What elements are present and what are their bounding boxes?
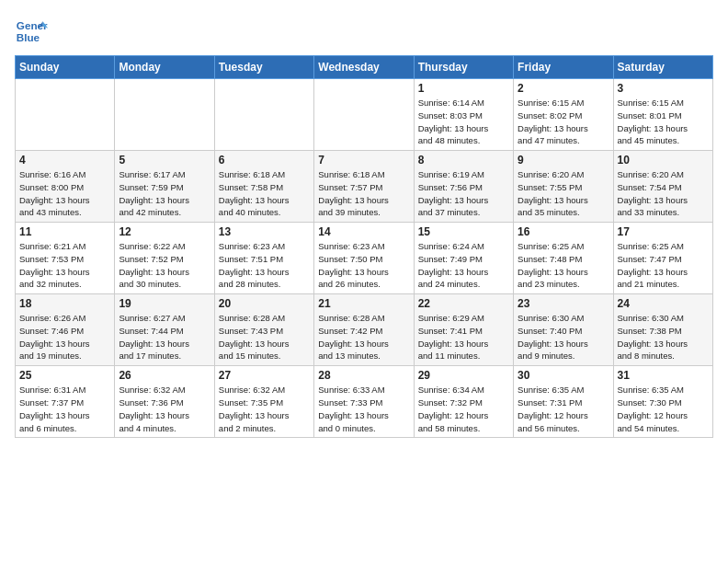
day-detail: Sunrise: 6:28 AM Sunset: 7:42 PM Dayligh… — [318, 312, 409, 362]
weekday-header-sunday: Sunday — [16, 56, 115, 79]
calendar-table: SundayMondayTuesdayWednesdayThursdayFrid… — [15, 55, 713, 438]
day-detail: Sunrise: 6:35 AM Sunset: 7:30 PM Dayligh… — [618, 384, 709, 434]
calendar-cell: 11Sunrise: 6:21 AM Sunset: 7:53 PM Dayli… — [16, 223, 115, 294]
calendar-cell — [115, 79, 214, 151]
week-row-3: 11Sunrise: 6:21 AM Sunset: 7:53 PM Dayli… — [16, 223, 713, 294]
day-detail: Sunrise: 6:19 AM Sunset: 7:56 PM Dayligh… — [418, 168, 509, 219]
day-number: 21 — [318, 297, 409, 310]
weekday-header-friday: Friday — [514, 56, 613, 79]
calendar-cell: 5Sunrise: 6:17 AM Sunset: 7:59 PM Daylig… — [115, 151, 214, 223]
calendar-cell: 12Sunrise: 6:22 AM Sunset: 7:52 PM Dayli… — [115, 223, 214, 294]
weekday-header-row: SundayMondayTuesdayWednesdayThursdayFrid… — [16, 56, 713, 79]
day-number: 16 — [518, 225, 609, 238]
day-detail: Sunrise: 6:32 AM Sunset: 7:35 PM Dayligh… — [219, 384, 310, 434]
calendar-cell: 31Sunrise: 6:35 AM Sunset: 7:30 PM Dayli… — [613, 366, 712, 438]
day-number: 5 — [119, 154, 210, 167]
day-number: 23 — [518, 297, 609, 310]
calendar-cell: 23Sunrise: 6:30 AM Sunset: 7:40 PM Dayli… — [514, 294, 613, 366]
weekday-header-tuesday: Tuesday — [214, 56, 313, 79]
day-number: 2 — [518, 82, 609, 95]
day-detail: Sunrise: 6:34 AM Sunset: 7:32 PM Dayligh… — [418, 384, 509, 434]
day-number: 4 — [19, 154, 110, 167]
calendar-cell: 10Sunrise: 6:20 AM Sunset: 7:54 PM Dayli… — [613, 151, 712, 223]
day-detail: Sunrise: 6:15 AM Sunset: 8:01 PM Dayligh… — [618, 97, 709, 147]
day-detail: Sunrise: 6:22 AM Sunset: 7:52 PM Dayligh… — [119, 240, 210, 291]
calendar-cell: 8Sunrise: 6:19 AM Sunset: 7:56 PM Daylig… — [414, 151, 513, 223]
day-number: 8 — [418, 154, 509, 167]
calendar-cell: 17Sunrise: 6:25 AM Sunset: 7:47 PM Dayli… — [613, 223, 712, 294]
day-number: 18 — [19, 297, 110, 310]
day-detail: Sunrise: 6:28 AM Sunset: 7:43 PM Dayligh… — [219, 312, 310, 362]
calendar-cell: 7Sunrise: 6:18 AM Sunset: 7:57 PM Daylig… — [314, 151, 414, 223]
day-number: 7 — [318, 154, 409, 167]
calendar-cell: 13Sunrise: 6:23 AM Sunset: 7:51 PM Dayli… — [214, 223, 313, 294]
calendar-cell: 29Sunrise: 6:34 AM Sunset: 7:32 PM Dayli… — [414, 366, 513, 438]
calendar-cell: 14Sunrise: 6:23 AM Sunset: 7:50 PM Dayli… — [314, 223, 414, 294]
day-number: 30 — [518, 369, 609, 382]
calendar-cell — [314, 79, 414, 151]
day-detail: Sunrise: 6:20 AM Sunset: 7:54 PM Dayligh… — [618, 168, 709, 219]
calendar-cell — [214, 79, 313, 151]
calendar-cell: 22Sunrise: 6:29 AM Sunset: 7:41 PM Dayli… — [414, 294, 513, 366]
calendar-cell: 25Sunrise: 6:31 AM Sunset: 7:37 PM Dayli… — [16, 366, 115, 438]
calendar-cell: 26Sunrise: 6:32 AM Sunset: 7:36 PM Dayli… — [115, 366, 214, 438]
day-detail: Sunrise: 6:27 AM Sunset: 7:44 PM Dayligh… — [119, 312, 210, 362]
day-detail: Sunrise: 6:17 AM Sunset: 7:59 PM Dayligh… — [119, 168, 210, 219]
svg-text:Blue: Blue — [17, 31, 40, 43]
day-detail: Sunrise: 6:15 AM Sunset: 8:02 PM Dayligh… — [518, 97, 609, 147]
weekday-header-saturday: Saturday — [613, 56, 712, 79]
day-detail: Sunrise: 6:23 AM Sunset: 7:51 PM Dayligh… — [219, 240, 310, 291]
day-number: 19 — [119, 297, 210, 310]
day-number: 3 — [618, 82, 709, 95]
day-number: 9 — [518, 154, 609, 167]
day-number: 14 — [318, 225, 409, 238]
calendar-cell: 6Sunrise: 6:18 AM Sunset: 7:58 PM Daylig… — [214, 151, 313, 223]
day-number: 11 — [19, 225, 110, 238]
calendar-cell: 4Sunrise: 6:16 AM Sunset: 8:00 PM Daylig… — [16, 151, 115, 223]
day-number: 27 — [219, 369, 310, 382]
day-detail: Sunrise: 6:30 AM Sunset: 7:40 PM Dayligh… — [518, 312, 609, 362]
day-number: 20 — [219, 297, 310, 310]
logo: General Blue — [15, 15, 48, 48]
day-detail: Sunrise: 6:30 AM Sunset: 7:38 PM Dayligh… — [618, 312, 709, 362]
calendar-cell: 24Sunrise: 6:30 AM Sunset: 7:38 PM Dayli… — [613, 294, 712, 366]
day-detail: Sunrise: 6:18 AM Sunset: 7:58 PM Dayligh… — [219, 168, 310, 219]
week-row-4: 18Sunrise: 6:26 AM Sunset: 7:46 PM Dayli… — [16, 294, 713, 366]
day-detail: Sunrise: 6:16 AM Sunset: 8:00 PM Dayligh… — [19, 168, 110, 219]
day-detail: Sunrise: 6:18 AM Sunset: 7:57 PM Dayligh… — [318, 168, 409, 219]
day-detail: Sunrise: 6:25 AM Sunset: 7:48 PM Dayligh… — [518, 240, 609, 291]
day-detail: Sunrise: 6:35 AM Sunset: 7:31 PM Dayligh… — [518, 384, 609, 434]
calendar-cell: 20Sunrise: 6:28 AM Sunset: 7:43 PM Dayli… — [214, 294, 313, 366]
day-detail: Sunrise: 6:21 AM Sunset: 7:53 PM Dayligh… — [19, 240, 110, 291]
day-number: 24 — [618, 297, 709, 310]
weekday-header-monday: Monday — [115, 56, 214, 79]
day-number: 29 — [418, 369, 509, 382]
calendar-cell: 3Sunrise: 6:15 AM Sunset: 8:01 PM Daylig… — [613, 79, 712, 151]
day-number: 31 — [618, 369, 709, 382]
week-row-2: 4Sunrise: 6:16 AM Sunset: 8:00 PM Daylig… — [16, 151, 713, 223]
week-row-5: 25Sunrise: 6:31 AM Sunset: 7:37 PM Dayli… — [16, 366, 713, 438]
calendar-cell: 9Sunrise: 6:20 AM Sunset: 7:55 PM Daylig… — [514, 151, 613, 223]
calendar-cell — [16, 79, 115, 151]
day-number: 13 — [219, 225, 310, 238]
day-number: 25 — [19, 369, 110, 382]
day-number: 17 — [618, 225, 709, 238]
calendar-cell: 16Sunrise: 6:25 AM Sunset: 7:48 PM Dayli… — [514, 223, 613, 294]
logo-icon: General Blue — [15, 15, 48, 48]
day-number: 28 — [318, 369, 409, 382]
calendar-cell: 28Sunrise: 6:33 AM Sunset: 7:33 PM Dayli… — [314, 366, 414, 438]
calendar-cell: 19Sunrise: 6:27 AM Sunset: 7:44 PM Dayli… — [115, 294, 214, 366]
day-detail: Sunrise: 6:14 AM Sunset: 8:03 PM Dayligh… — [418, 97, 509, 147]
day-number: 26 — [119, 369, 210, 382]
weekday-header-wednesday: Wednesday — [314, 56, 414, 79]
day-detail: Sunrise: 6:25 AM Sunset: 7:47 PM Dayligh… — [618, 240, 709, 291]
day-number: 6 — [219, 154, 310, 167]
week-row-1: 1Sunrise: 6:14 AM Sunset: 8:03 PM Daylig… — [16, 79, 713, 151]
calendar-cell: 18Sunrise: 6:26 AM Sunset: 7:46 PM Dayli… — [16, 294, 115, 366]
day-detail: Sunrise: 6:20 AM Sunset: 7:55 PM Dayligh… — [518, 168, 609, 219]
day-number: 10 — [618, 154, 709, 167]
day-number: 1 — [418, 82, 509, 95]
day-detail: Sunrise: 6:29 AM Sunset: 7:41 PM Dayligh… — [418, 312, 509, 362]
day-number: 12 — [119, 225, 210, 238]
calendar-cell: 30Sunrise: 6:35 AM Sunset: 7:31 PM Dayli… — [514, 366, 613, 438]
